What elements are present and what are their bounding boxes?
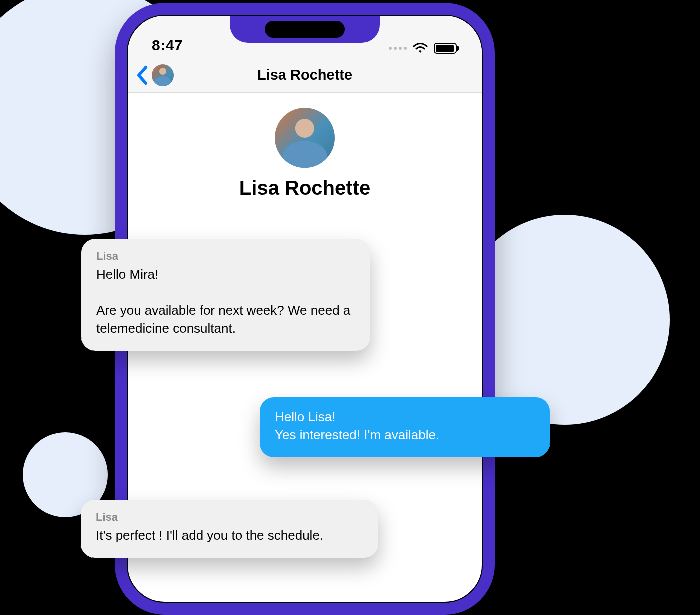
back-button[interactable]: [136, 64, 174, 86]
contact-avatar-small: [152, 64, 174, 86]
chevron-left-icon: [136, 66, 149, 86]
message-bubble-sent[interactable]: Hello Lisa! Yes interested! I'm availabl…: [260, 398, 550, 458]
status-time: 8:47: [152, 37, 183, 54]
nav-header: Lisa Rochette: [128, 58, 482, 93]
status-indicators: [389, 43, 457, 54]
contact-name: Lisa Rochette: [240, 177, 370, 200]
message-bubble-received[interactable]: Lisa It's perfect ! I'll add you to the …: [81, 500, 378, 558]
message-sender: Lisa: [96, 250, 356, 263]
nav-title: Lisa Rochette: [258, 67, 352, 84]
contact-avatar-large[interactable]: [275, 108, 335, 168]
message-sender: Lisa: [96, 511, 364, 524]
message-text: It's perfect ! I'll add you to the sched…: [96, 527, 364, 545]
battery-icon: [434, 43, 457, 54]
message-text: Hello Lisa! Yes interested! I'm availabl…: [275, 408, 535, 444]
signal-icon: [389, 47, 407, 50]
phone-notch: [230, 16, 380, 43]
message-bubble-received[interactable]: Lisa Hello Mira! Are you available for n…: [82, 239, 370, 351]
wifi-icon: [413, 43, 428, 54]
message-text: Hello Mira! Are you available for next w…: [96, 266, 356, 338]
contact-profile: Lisa Rochette: [128, 93, 482, 200]
